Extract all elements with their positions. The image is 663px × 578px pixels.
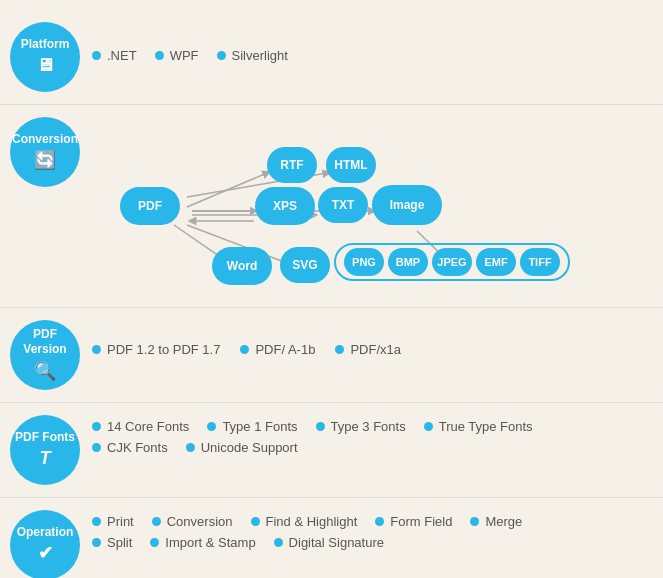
dot-icon xyxy=(186,443,195,452)
operation-row1: Print Conversion Find & Highlight Form F… xyxy=(92,514,653,529)
pdffonts-row2: CJK Fonts Unicode Support xyxy=(92,440,653,455)
platform-item-net: .NET xyxy=(92,48,137,63)
pdffonts-content: 14 Core Fonts Type 1 Fonts Type 3 Fonts … xyxy=(92,415,653,461)
platform-item-wpf: WPF xyxy=(155,48,199,63)
dot-icon xyxy=(92,443,101,452)
node-png: PNG xyxy=(344,248,384,276)
op-merge-label: Merge xyxy=(485,514,522,529)
op-item-formfield: Form Field xyxy=(375,514,452,529)
op-split-label: Split xyxy=(107,535,132,550)
node-html: HTML xyxy=(326,147,376,183)
conversion-label: Conversion xyxy=(12,132,78,148)
fonts-item-unicode: Unicode Support xyxy=(186,440,298,455)
fonts-type1-label: Type 1 Fonts xyxy=(222,419,297,434)
node-svg: SVG xyxy=(280,247,330,283)
node-word: Word xyxy=(212,247,272,285)
conversion-diagram: RTF HTML PDF XPS TXT Image Word SVG PNG … xyxy=(92,125,592,295)
conversion-section: Conversion 🔄 xyxy=(0,105,663,308)
dot-icon xyxy=(92,51,101,60)
dot-icon xyxy=(251,517,260,526)
operation-row2: Split Import & Stamp Digital Signature xyxy=(92,535,653,550)
platform-icon: 🖥 xyxy=(36,54,54,77)
op-print-label: Print xyxy=(107,514,134,529)
dot-icon xyxy=(92,517,101,526)
pdfversion-item-2: PDF/ A-1b xyxy=(240,342,315,357)
fonts-core-label: 14 Core Fonts xyxy=(107,419,189,434)
pdffonts-row1: 14 Core Fonts Type 1 Fonts Type 3 Fonts … xyxy=(92,419,653,434)
node-emf: EMF xyxy=(476,248,516,276)
dot-icon xyxy=(375,517,384,526)
op-item-merge: Merge xyxy=(470,514,522,529)
pdffonts-label: PDF Fonts xyxy=(15,430,75,446)
operation-section: Operation ✔ Print Conversion Find & High… xyxy=(0,498,663,578)
node-xps: XPS xyxy=(255,187,315,225)
platform-content: .NET WPF Silverlight xyxy=(92,22,653,63)
dot-icon xyxy=(152,517,161,526)
op-digitalsig-label: Digital Signature xyxy=(289,535,384,550)
dot-icon xyxy=(92,538,101,547)
platform-label: Platform xyxy=(21,37,70,53)
operation-content: Print Conversion Find & Highlight Form F… xyxy=(92,510,653,556)
pdffonts-icon: T xyxy=(40,447,51,470)
platform-item-silverlight: Silverlight xyxy=(217,48,288,63)
dot-icon xyxy=(335,345,344,354)
pdfversion-item-1: PDF 1.2 to PDF 1.7 xyxy=(92,342,220,357)
fonts-item-truetype: True Type Fonts xyxy=(424,419,533,434)
dot-icon xyxy=(150,538,159,547)
pdfversion-item-3: PDF/x1a xyxy=(335,342,401,357)
dot-icon xyxy=(274,538,283,547)
pdfversion-1-label: PDF 1.2 to PDF 1.7 xyxy=(107,342,220,357)
pdfversion-3-label: PDF/x1a xyxy=(350,342,401,357)
pdfversion-items: PDF 1.2 to PDF 1.7 PDF/ A-1b PDF/x1a xyxy=(92,324,653,357)
op-conversion-label: Conversion xyxy=(167,514,233,529)
image-formats-group: PNG BMP JPEG EMF TIFF xyxy=(334,243,570,281)
op-item-split: Split xyxy=(92,535,132,550)
node-image: Image xyxy=(372,185,442,225)
fonts-cjk-label: CJK Fonts xyxy=(107,440,168,455)
fonts-item-cjk: CJK Fonts xyxy=(92,440,168,455)
platform-silverlight-label: Silverlight xyxy=(232,48,288,63)
op-importstamp-label: Import & Stamp xyxy=(165,535,255,550)
platform-badge: Platform 🖥 xyxy=(10,22,80,92)
op-item-importstamp: Import & Stamp xyxy=(150,535,255,550)
dot-icon xyxy=(240,345,249,354)
dot-icon xyxy=(470,517,479,526)
dot-icon xyxy=(424,422,433,431)
op-findhighlight-label: Find & Highlight xyxy=(266,514,358,529)
fonts-unicode-label: Unicode Support xyxy=(201,440,298,455)
dot-icon xyxy=(316,422,325,431)
node-txt: TXT xyxy=(318,187,368,223)
fonts-item-type3: Type 3 Fonts xyxy=(316,419,406,434)
dot-icon xyxy=(217,51,226,60)
operation-icon: ✔ xyxy=(38,542,53,565)
pdfversion-content: PDF 1.2 to PDF 1.7 PDF/ A-1b PDF/x1a xyxy=(92,320,653,357)
dot-icon xyxy=(155,51,164,60)
node-pdf: PDF xyxy=(120,187,180,225)
platform-section: Platform 🖥 .NET WPF Silverlight xyxy=(0,10,663,105)
node-rtf: RTF xyxy=(267,147,317,183)
fonts-item-type1: Type 1 Fonts xyxy=(207,419,297,434)
node-tiff: TIFF xyxy=(520,248,560,276)
conversion-badge: Conversion 🔄 xyxy=(10,117,80,187)
platform-net-label: .NET xyxy=(107,48,137,63)
pdfversion-section: PDFVersion 🔍 PDF 1.2 to PDF 1.7 PDF/ A-1… xyxy=(0,308,663,403)
conversion-content: RTF HTML PDF XPS TXT Image Word SVG PNG … xyxy=(92,117,653,295)
operation-label: Operation xyxy=(17,525,74,541)
node-jpeg: JPEG xyxy=(432,248,472,276)
dot-icon xyxy=(92,422,101,431)
dot-icon xyxy=(207,422,216,431)
node-bmp: BMP xyxy=(388,248,428,276)
dot-icon xyxy=(92,345,101,354)
operation-badge: Operation ✔ xyxy=(10,510,80,578)
fonts-item-core: 14 Core Fonts xyxy=(92,419,189,434)
pdffonts-section: PDF Fonts T 14 Core Fonts Type 1 Fonts T… xyxy=(0,403,663,498)
pdfversion-badge: PDFVersion 🔍 xyxy=(10,320,80,390)
pdfversion-2-label: PDF/ A-1b xyxy=(255,342,315,357)
op-item-findhighlight: Find & Highlight xyxy=(251,514,358,529)
conversion-icon: 🔄 xyxy=(34,149,56,172)
op-item-print: Print xyxy=(92,514,134,529)
platform-wpf-label: WPF xyxy=(170,48,199,63)
pdfversion-label: PDFVersion xyxy=(23,327,66,358)
pdfversion-icon: 🔍 xyxy=(34,360,56,383)
op-item-conversion: Conversion xyxy=(152,514,233,529)
